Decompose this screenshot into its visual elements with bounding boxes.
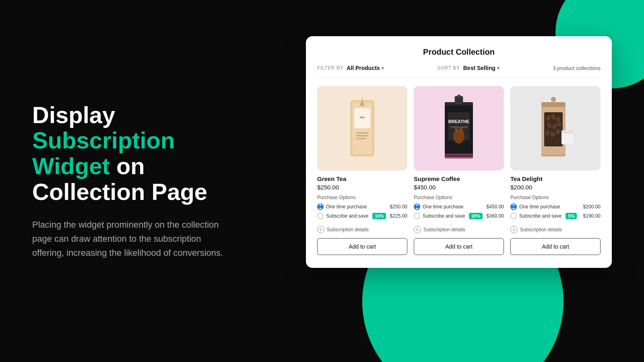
supreme-coffee-sub-details-icon: ↻ [414, 226, 421, 233]
green-tea-one-time-radio[interactable] [317, 204, 324, 210]
svg-point-18 [453, 129, 464, 144]
green-tea-svg: tea [340, 96, 384, 160]
green-tea-subscribe-left: Subscribe and save 10% [317, 213, 386, 219]
sort-group: SORT BY Best Selling ▾ [437, 65, 499, 71]
supreme-coffee-one-time-price: $450.00 [487, 204, 504, 210]
green-tea-one-time-row[interactable]: One time purchase $250.00 [317, 204, 407, 210]
tea-delight-sub-details[interactable]: ↻ Subscription details [510, 226, 601, 233]
left-panel: Display Subscription Widget on Collectio… [24, 0, 250, 362]
supreme-coffee-subscribe-left: Subscribe and save 20% [414, 213, 483, 219]
green-tea-save-badge: 10% [372, 213, 386, 219]
supreme-coffee-subscribe-label: Subscribe and save [423, 213, 465, 219]
filter-group: FILTER BY All Products ▾ [317, 65, 384, 71]
supreme-coffee-name: Supreme Coffee [414, 175, 504, 182]
product-count: 3 product collections [553, 65, 601, 71]
hero-description: Placing the widget prominently on the co… [32, 218, 233, 260]
tea-delight-subscribe-radio[interactable] [510, 213, 517, 219]
green-tea-options-label: Purchase Options [317, 195, 407, 200]
tea-delight-name: Tea Delight [510, 175, 601, 182]
supreme-coffee-sub-details[interactable]: ↻ Subscription details [414, 226, 504, 233]
filter-chevron-icon: ▾ [382, 66, 384, 70]
svg-point-25 [552, 98, 555, 101]
products-grid: tea Green Tea $250.00 Purchase Options [317, 86, 601, 255]
svg-text:tea: tea [360, 115, 365, 119]
tea-delight-one-time-price: $200.00 [583, 204, 601, 210]
filter-bar: FILTER BY All Products ▾ SORT BY Best Se… [317, 65, 601, 78]
svg-rect-13 [445, 156, 473, 158]
tea-delight-sub-details-label: Subscription details [520, 227, 562, 232]
tea-delight-subscribe-label: Subscribe and save [519, 213, 561, 219]
green-tea-subscribe-label: Subscribe and save [326, 213, 368, 219]
supreme-coffee-save-badge: 20% [469, 213, 483, 219]
svg-point-12 [457, 95, 460, 98]
tea-delight-image [510, 86, 601, 171]
supreme-coffee-subscribe-row[interactable]: Subscribe and save 20% $360.00 [414, 213, 504, 219]
svg-rect-5 [356, 135, 368, 136]
tea-delight-svg [531, 94, 580, 162]
supreme-coffee-sub-details-label: Subscription details [423, 227, 465, 232]
tea-delight-one-time-row[interactable]: One time purchase $200.00 [510, 204, 601, 210]
green-tea-subscribe-radio[interactable] [317, 213, 324, 219]
svg-point-20 [460, 126, 463, 133]
supreme-coffee-price: $450.00 [414, 184, 504, 191]
supreme-coffee-subscribe-price: $360.00 [487, 213, 504, 219]
supreme-coffee-one-time-radio[interactable] [414, 204, 420, 210]
tea-delight-one-time-radio[interactable] [510, 204, 517, 210]
sort-dropdown[interactable]: Best Selling ▾ [463, 65, 499, 71]
green-tea-add-to-cart[interactable]: Add to cart [317, 238, 407, 255]
svg-text:BREATHE: BREATHE [448, 119, 469, 124]
product-card-green-tea: tea Green Tea $250.00 Purchase Options [317, 86, 407, 255]
supreme-coffee-svg: BREATHE COFFEE SHOP [437, 94, 481, 162]
green-tea-subscribe-price: $225.00 [390, 213, 407, 219]
sort-label: SORT BY [437, 65, 460, 71]
supreme-coffee-add-to-cart[interactable]: Add to cart [414, 238, 504, 255]
filter-value: All Products [347, 65, 380, 71]
headline-highlight: Subscription Widget [32, 127, 175, 179]
green-tea-sub-details-label: Subscription details [327, 227, 369, 232]
supreme-coffee-one-time-row[interactable]: One time purchase $450.00 [414, 204, 504, 210]
headline-plain1: Display [32, 102, 115, 128]
collection-title: Product Collection [317, 47, 601, 57]
product-card-tea-delight: Tea Delight $200.00 Purchase Options One… [510, 86, 601, 255]
tea-delight-options-label: Purchase Options [510, 195, 601, 200]
sort-chevron-icon: ▾ [497, 66, 499, 70]
green-tea-image-wrapper: tea [317, 86, 407, 171]
supreme-coffee-options-label: Purchase Options [414, 195, 504, 200]
tea-delight-subscribe-row[interactable]: Subscribe and save 5% $190.00 [510, 213, 601, 219]
collection-card: Product Collection FILTER BY All Product… [306, 36, 612, 268]
green-tea-image: tea [317, 86, 407, 171]
green-tea-price: $250.00 [317, 184, 407, 191]
filter-dropdown[interactable]: All Products ▾ [347, 65, 383, 71]
tea-delight-one-time-label: One time purchase [519, 204, 560, 210]
green-tea-one-time-left: One time purchase [317, 204, 367, 210]
svg-rect-14 [445, 154, 473, 156]
green-tea-one-time-price: $250.00 [390, 204, 407, 210]
tea-delight-add-to-cart[interactable]: Add to cart [510, 238, 601, 255]
svg-point-7 [360, 102, 364, 106]
green-tea-one-time-label: One time purchase [326, 204, 367, 210]
tea-delight-one-time-left: One time purchase [510, 204, 560, 210]
sort-value: Best Selling [463, 65, 495, 71]
tea-delight-save-badge: 5% [566, 213, 577, 219]
svg-text:COFFEE SHOP: COFFEE SHOP [450, 126, 467, 128]
filter-label: FILTER BY [317, 65, 343, 71]
tea-delight-price: $200.00 [510, 184, 601, 191]
supreme-coffee-image: BREATHE COFFEE SHOP [414, 86, 504, 171]
product-card-supreme-coffee: BREATHE COFFEE SHOP Supreme Coffee $450.… [414, 86, 504, 255]
svg-rect-6 [356, 138, 366, 139]
tea-delight-subscribe-price: $190.00 [583, 213, 601, 219]
svg-rect-4 [356, 132, 368, 134]
supreme-coffee-one-time-label: One time purchase [423, 204, 463, 210]
supreme-coffee-one-time-left: One time purchase [414, 204, 463, 210]
green-tea-sub-details[interactable]: ↻ Subscription details [317, 226, 407, 233]
svg-point-19 [455, 126, 458, 133]
hero-headline: Display Subscription Widget on Collectio… [32, 102, 242, 205]
supreme-coffee-subscribe-radio[interactable] [414, 213, 420, 219]
tea-delight-sub-details-icon: ↻ [510, 226, 518, 233]
tea-delight-image-wrapper [510, 86, 601, 171]
green-tea-subscribe-row[interactable]: Subscribe and save 10% $225.00 [317, 213, 407, 219]
svg-rect-37 [561, 130, 574, 134]
tea-delight-subscribe-left: Subscribe and save 5% [510, 213, 577, 219]
svg-rect-23 [541, 102, 566, 107]
supreme-coffee-image-wrapper: BREATHE COFFEE SHOP [414, 86, 504, 171]
